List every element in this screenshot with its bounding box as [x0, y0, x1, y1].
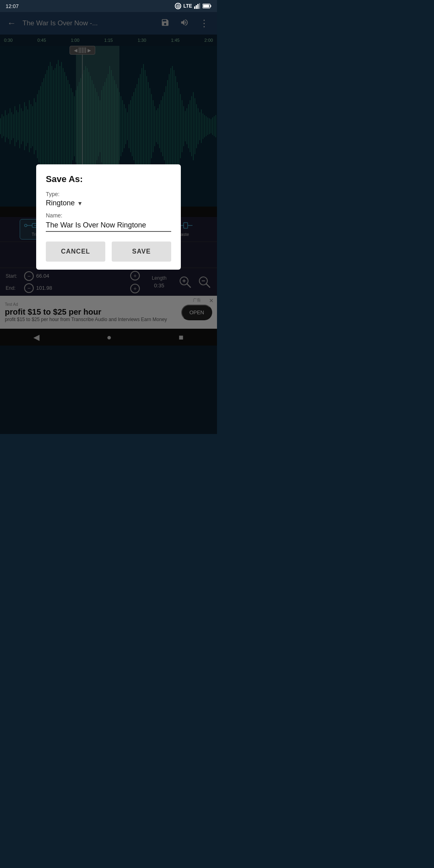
status-bar: 12:07 LTE: [0, 0, 217, 12]
battery-icon: [203, 4, 211, 8]
svg-rect-7: [211, 5, 211, 7]
type-select-arrow: ▼: [77, 200, 83, 207]
save-as-dialog: Save As: Type: Ringtone ▼ Name: CANCEL S…: [36, 164, 181, 270]
modal-title: Save As:: [46, 174, 171, 184]
svg-rect-5: [199, 3, 200, 9]
svg-rect-3: [196, 5, 197, 9]
app-icon: [175, 3, 181, 9]
name-field-label: Name:: [46, 212, 171, 219]
type-select-row[interactable]: Ringtone ▼: [46, 199, 171, 207]
signal-icon: [194, 3, 201, 9]
name-input[interactable]: [46, 221, 171, 232]
svg-rect-4: [197, 4, 199, 9]
cancel-button[interactable]: CANCEL: [46, 242, 105, 262]
type-field-label: Type:: [46, 191, 171, 197]
status-time: 12:07: [6, 3, 19, 9]
save-dialog-button[interactable]: SAVE: [112, 242, 171, 262]
svg-point-1: [178, 6, 179, 7]
svg-rect-2: [194, 6, 195, 9]
modal-buttons: CANCEL SAVE: [46, 242, 171, 262]
svg-rect-8: [203, 5, 209, 8]
type-select-value: Ringtone: [46, 199, 75, 207]
modal-overlay: Save As: Type: Ringtone ▼ Name: CANCEL S…: [0, 0, 217, 434]
network-label: LTE: [183, 3, 192, 9]
status-icons: LTE: [175, 3, 211, 9]
